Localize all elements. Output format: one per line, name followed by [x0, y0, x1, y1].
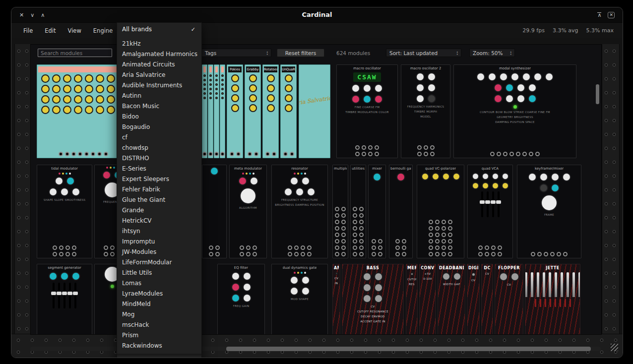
brand-menu-item-21khz[interactable]: 21kHz [117, 39, 201, 49]
module-bass[interactable]: BASSCVCUTOFF RESONANCEDECAY ENVMODACCENT… [342, 264, 404, 335]
titlebar[interactable]: ✕∨∧ Cardinal ∧✕ [11, 7, 623, 23]
knob-icon [96, 95, 104, 104]
module-tidal-modulator[interactable]: tidal modulatorSHAPE SLOPE SMOOTHNESS [37, 165, 92, 258]
module-card[interactable] [202, 165, 227, 258]
module-card[interactable] [214, 64, 219, 158]
keep-above-icon[interactable]: ∧ [597, 12, 601, 18]
brand-menu-item-cf[interactable]: cf [117, 132, 201, 143]
module-card[interactable] [220, 64, 225, 158]
brand-menu-item-all-brands[interactable]: All brands ✓ [117, 23, 201, 36]
brand-menu-item-bacon-music[interactable]: Bacon Music [117, 101, 201, 112]
jack-icon [72, 245, 76, 250]
module-jette[interactable]: JETTE [525, 264, 580, 335]
brand-menu-item-e-series[interactable]: E-Series [117, 164, 201, 174]
module-dc[interactable]: DCCV [481, 264, 493, 335]
module-title: quad VC-polarizer [425, 167, 456, 171]
brand-menu-item-mschack[interactable]: mscHack [117, 320, 201, 330]
brand-menu-item-impromptu[interactable]: Impromptu [117, 237, 201, 247]
module-macro-oscillator[interactable]: macro oscillatorCSAWFINE COARSE FMTIMBRE… [336, 64, 398, 158]
module-macro-oscillator-2[interactable]: macro oscillator 2FREQUENCY HARMONICSTIM… [401, 64, 450, 158]
module-segment-generator[interactable]: segment generator [37, 264, 92, 335]
knob-icon [49, 272, 58, 281]
module-amp[interactable]: AMPCVIN [332, 264, 340, 335]
module-flopper[interactable]: FLOPPERCV [495, 264, 523, 335]
module-deadband[interactable]: DEADBANDWIDTH GAP [438, 264, 465, 335]
brand-menu-item-little-utils[interactable]: Little Utils [117, 268, 201, 278]
module-modal-synthesizer[interactable]: modal synthesizerCONTOUR BOW BLOW STRIKE… [453, 64, 576, 158]
slider-icon [498, 191, 500, 217]
module-quad-vc-polarizer[interactable]: quad VC-polarizer [417, 165, 464, 258]
module-pokies[interactable]: Pokies [227, 64, 243, 158]
brand-menu-item-fehler-fabrik[interactable]: Fehler Fabrik [117, 184, 201, 195]
brand-menu-item-bogaudio[interactable]: Bogaudio [117, 122, 201, 132]
brand-menu-item-chowdsp[interactable]: chowdsp [117, 143, 201, 153]
module-card[interactable] [37, 64, 130, 158]
horizontal-scrollbar-thumb[interactable] [226, 347, 591, 351]
module-digi[interactable]: DIGICV [467, 264, 480, 335]
module-quad-vca[interactable]: quad VCA [467, 165, 513, 258]
module-conv[interactable]: CONV+5V0-10V [419, 264, 436, 335]
jack-icon [417, 145, 422, 150]
module-grabby[interactable]: Grabby [245, 64, 261, 158]
jack-icon [335, 239, 339, 243]
horizontal-scrollbar[interactable] [30, 347, 601, 351]
jack-icon [359, 245, 364, 250]
module-rotatoes[interactable]: Rotatoes [262, 64, 279, 158]
brand-menu-item-distrho[interactable]: DISTRHO [117, 153, 201, 164]
brand-menu-item-rackwindows[interactable]: Rackwindows [117, 341, 201, 351]
brand-menu-item-hetrickcv[interactable]: HetrickCV [117, 216, 201, 226]
brand-menu-item-glue-the-giant[interactable]: Glue the Giant [117, 195, 201, 205]
brand-menu-item-audible-instruments[interactable]: Audible Instruments [117, 80, 201, 91]
brand-menu-item-expert-sleepers[interactable]: Expert Sleepers [117, 174, 201, 184]
module-meta-modulator[interactable]: meta modulatorALGORITHM [229, 165, 267, 258]
pipe-icon [525, 272, 527, 297]
module-mixer[interactable]: mixer [368, 165, 386, 258]
module-eq-filter[interactable]: EQ filterFREQ GAIN [217, 264, 265, 335]
cpu-max-stat: 5.3% max [586, 27, 614, 34]
module-bernoulli-gate[interactable]: bernoulli gate [389, 165, 413, 258]
module-card[interactable]: Aria Salvatrice [299, 64, 330, 158]
close-window-icon[interactable]: ✕ [608, 12, 615, 18]
brand-menu-item-jw-modules[interactable]: JW-Modules [117, 247, 201, 257]
module-resonator[interactable]: resonatorFREQUENCY STRUCTUREBRIGHTNESS D… [271, 165, 328, 258]
module-keyframer-mixer[interactable]: keyframer/mixerFRAME [517, 165, 581, 258]
knob-icon [41, 85, 50, 93]
module-unquar[interactable]: UnQuaR [280, 64, 297, 158]
brand-menu-item-ihtsyn[interactable]: ihtsyn [117, 226, 201, 237]
module-card[interactable] [208, 64, 213, 158]
menu-engine[interactable]: Engine [88, 25, 118, 36]
menu-view[interactable]: View [63, 25, 86, 36]
jack-icon [378, 252, 382, 256]
brand-menu-item-lomas[interactable]: Lomas [117, 278, 201, 289]
brand-menu-item-autinn[interactable]: Autinn [117, 91, 201, 101]
module-dual-dynamics-gate[interactable]: dual dynamics gateMOD SHAPE [271, 264, 328, 335]
vertical-scrollbar-thumb[interactable] [596, 84, 599, 104]
brand-menu-item-lyraemodules[interactable]: LyraeModules [117, 289, 201, 299]
led-icon [65, 173, 67, 175]
jack-icon [435, 245, 440, 250]
jack-icon [485, 245, 489, 250]
module-card[interactable] [202, 64, 207, 158]
brand-menu-item-amalgamated-harmonics[interactable]: Amalgamated Harmonics [117, 49, 201, 60]
module-title: keyframer/mixer [535, 167, 564, 171]
brand-menu-item-aria-salvatrice[interactable]: Aria Salvatrice [117, 70, 201, 80]
brand-menu-item-mog[interactable]: Mog [117, 309, 201, 320]
module-label: SHAPE SLOPE SMOOTHNESS [44, 198, 86, 201]
jack-icon [537, 252, 542, 256]
menu-file[interactable]: File [18, 25, 38, 36]
module-utilities[interactable]: utilities [350, 165, 366, 258]
brand-menu-item-lifeformmodular[interactable]: LifeFormModular [117, 257, 201, 268]
jack-icon [429, 239, 433, 243]
module-mera[interactable]: MERACUTOFFRES [406, 264, 418, 335]
brand-menu-item-mindmeld[interactable]: MindMeld [117, 299, 201, 309]
brand-menu-item-animated-circuits[interactable]: Animated Circuits [117, 60, 201, 70]
brand-menu-item-grande[interactable]: Grande [117, 205, 201, 216]
brand-menu-item-prism[interactable]: Prism [117, 330, 201, 341]
brand-menu-item-bidoo[interactable]: Bidoo [117, 112, 201, 122]
module-multiples[interactable]: multiples [332, 165, 348, 258]
knob-icon [427, 83, 436, 92]
menu-edit[interactable]: Edit [40, 25, 61, 36]
led-icon [59, 173, 61, 175]
module-label: CONTOUR BOW BLOW STRIKE COARSE FINE FM [480, 111, 550, 114]
resize-grip[interactable] [611, 344, 618, 351]
